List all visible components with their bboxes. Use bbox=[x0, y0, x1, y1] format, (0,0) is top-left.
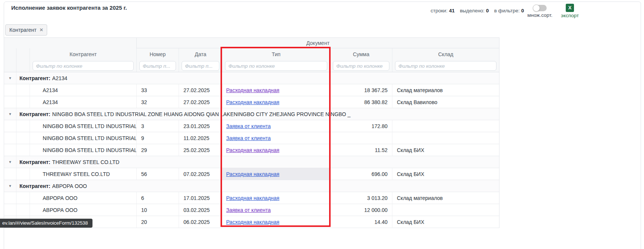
doctype-link[interactable]: Заявка от клиента bbox=[226, 207, 271, 213]
group-label: Контрагент:THREEWAY STEEL CO.LTD bbox=[16, 156, 499, 168]
table-row: A21343327.02.2025Расходная накладная18 3… bbox=[4, 84, 499, 96]
cell-contragent: АВРОРА ООО bbox=[30, 204, 136, 216]
table-row: NINGBO BOA STEEL LTD INDUSTRIAL...2925.0… bbox=[4, 144, 499, 156]
cell-amount: 11.52 bbox=[330, 144, 392, 156]
doctype-link[interactable]: Расходная накладная bbox=[226, 195, 279, 201]
doctype-link[interactable]: Расходная накладная bbox=[226, 99, 279, 105]
filter-input-warehouse[interactable] bbox=[395, 61, 496, 71]
filter-input-date[interactable] bbox=[182, 61, 219, 71]
row-spacer-cell bbox=[16, 192, 30, 204]
collapse-triangle-icon[interactable]: ▾ bbox=[9, 183, 11, 188]
cell-doctype: Расходная накладная bbox=[222, 144, 330, 156]
group-expander-cell: ▾ bbox=[4, 108, 16, 120]
column-header-number[interactable]: Номер bbox=[136, 48, 179, 60]
cell-contragent: NINGBO BOA STEEL LTD INDUSTRIAL... bbox=[30, 120, 136, 132]
filter-cell-contragent bbox=[30, 60, 136, 72]
cell-number: 9 bbox=[136, 132, 179, 144]
grouping-chip-contragent[interactable]: Контрагент ✕ bbox=[5, 24, 47, 36]
doctype-link[interactable]: Расходная накладная bbox=[226, 147, 279, 153]
cell-warehouse: Склад БИХ bbox=[392, 216, 499, 228]
group-header-spacer bbox=[4, 38, 136, 48]
cell-number: 29 bbox=[136, 144, 179, 156]
column-header-warehouse[interactable]: Склад bbox=[392, 48, 499, 60]
row-spacer-cell bbox=[16, 84, 30, 96]
table-row: NINGBO BOA STEEL LTD INDUSTRIAL...911.02… bbox=[4, 132, 499, 144]
row-spacer-cell bbox=[16, 120, 30, 132]
export-button[interactable]: X экспорт bbox=[559, 4, 581, 18]
group-label-prefix: Контрагент: bbox=[19, 183, 50, 189]
column-header-type[interactable]: Тип bbox=[222, 48, 330, 60]
collapse-triangle-icon[interactable]: ▾ bbox=[9, 112, 11, 116]
table-row: THREEWAY STEEL CO.LTD5607.02.2025Расходн… bbox=[4, 168, 499, 180]
group-label-prefix: Контрагент: bbox=[19, 159, 50, 165]
cell-warehouse: Склад материалов bbox=[392, 192, 499, 204]
cell-contragent: A2134 bbox=[30, 84, 136, 96]
column-header-contragent[interactable]: Контрагент bbox=[30, 48, 136, 60]
cell-number: 33 bbox=[136, 84, 179, 96]
group-label: Контрагент:АВРОРА ООО bbox=[16, 180, 499, 192]
cell-warehouse: Склад Вавилово bbox=[392, 96, 499, 108]
filter-input-type[interactable] bbox=[225, 61, 327, 71]
doctype-link[interactable]: Расходная накладная bbox=[226, 219, 279, 225]
filter-input-contragent[interactable] bbox=[33, 61, 134, 71]
chip-label: Контрагент bbox=[9, 27, 36, 33]
cell-number: 3 bbox=[136, 120, 179, 132]
group-label-value: АВРОРА ООО bbox=[52, 183, 87, 189]
stat-filtered: в фильтре:0 bbox=[494, 8, 524, 13]
cell-contragent: A2134 bbox=[30, 96, 136, 108]
column-header-amount[interactable]: Сумма bbox=[330, 48, 392, 60]
cell-doctype: Расходная накладная bbox=[222, 168, 330, 180]
cell-date: 17.01.2025 bbox=[179, 192, 222, 204]
header-spacer-col bbox=[16, 48, 30, 60]
cell-number: 32 bbox=[136, 96, 179, 108]
data-table: Документ Контрагент Номер Дата Тип Сумма… bbox=[4, 37, 499, 228]
filter-input-number[interactable] bbox=[139, 61, 176, 71]
excel-icon[interactable]: X bbox=[566, 4, 574, 12]
collapse-triangle-icon[interactable]: ▾ bbox=[9, 160, 11, 164]
filter-cell-number bbox=[136, 60, 179, 72]
cell-date: 06.02.2025 bbox=[179, 216, 222, 228]
cell-date: 25.02.2025 bbox=[179, 144, 222, 156]
cell-doctype: Расходная накладная bbox=[222, 192, 330, 204]
cell-contragent: NINGBO BOA STEEL LTD INDUSTRIAL... bbox=[30, 144, 136, 156]
cell-warehouse: Склад БИХ bbox=[392, 168, 499, 180]
group-header-row: Документ bbox=[4, 38, 499, 48]
cell-number: 6 bbox=[136, 192, 179, 204]
filter-input-amount[interactable] bbox=[333, 61, 389, 71]
group-label: Контрагент:A2134 bbox=[16, 72, 499, 84]
row-expander-cell bbox=[4, 192, 16, 204]
group-expander-cell: ▾ bbox=[4, 156, 16, 168]
row-expander-cell bbox=[4, 96, 16, 108]
group-label-prefix: Контрагент: bbox=[19, 75, 50, 81]
row-spacer-cell bbox=[16, 168, 30, 180]
filter-expander-col bbox=[4, 60, 16, 72]
group-label-prefix: Контрагент: bbox=[19, 111, 50, 117]
stat-filtered-label: в фильтре: bbox=[494, 8, 520, 13]
doctype-link[interactable]: Расходная накладная bbox=[226, 171, 279, 177]
chip-close-icon[interactable]: ✕ bbox=[39, 27, 43, 33]
cell-date: 03.02.2025 bbox=[179, 204, 222, 216]
cell-amount: 12 000.00 bbox=[330, 204, 392, 216]
cell-amount: 3 013.20 bbox=[330, 192, 392, 204]
doctype-link[interactable]: Заявка от клиента bbox=[226, 123, 271, 129]
filter-row bbox=[4, 60, 499, 72]
cell-date: 27.02.2025 bbox=[179, 84, 222, 96]
cell-warehouse: Склад материалов bbox=[392, 84, 499, 96]
column-header-row: Контрагент Номер Дата Тип Сумма Склад bbox=[4, 48, 499, 60]
doctype-link[interactable]: Расходная накладная bbox=[226, 87, 279, 93]
group-label-value: THREEWAY STEEL CO.LTD bbox=[52, 159, 119, 165]
stat-filtered-value: 0 bbox=[521, 8, 524, 13]
group-header-document: Документ bbox=[136, 38, 499, 48]
column-header-date[interactable]: Дата bbox=[179, 48, 222, 60]
cell-amount: 696.00 bbox=[330, 168, 392, 180]
cell-date: 11.02.2025 bbox=[179, 132, 222, 144]
stat-rows: строки:41 bbox=[431, 8, 455, 13]
filter-spacer-col bbox=[16, 60, 30, 72]
row-spacer-cell bbox=[16, 132, 30, 144]
cell-number: 56 bbox=[136, 168, 179, 180]
collapse-triangle-icon[interactable]: ▾ bbox=[9, 76, 11, 81]
row-expander-cell bbox=[4, 120, 16, 132]
row-expander-cell bbox=[4, 132, 16, 144]
doctype-link[interactable]: Заявка от клиента bbox=[226, 135, 271, 141]
multisort-toggle[interactable] bbox=[533, 5, 547, 11]
